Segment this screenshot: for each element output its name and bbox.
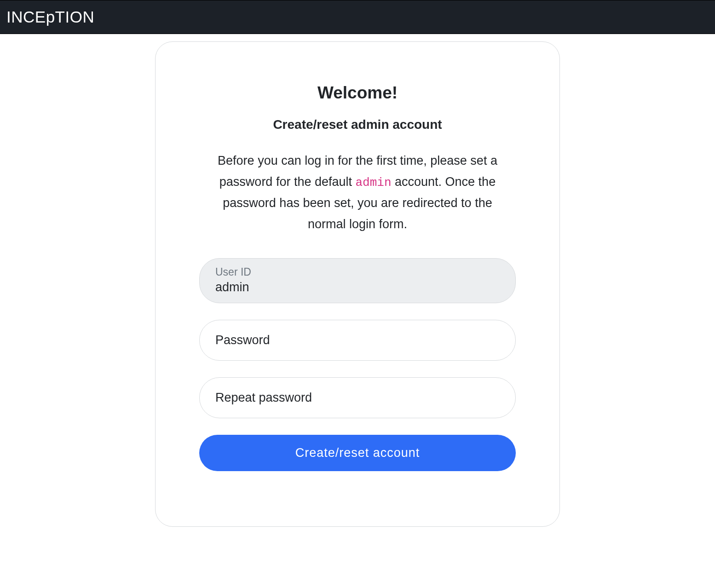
- repeat-password-field-group: [199, 377, 516, 418]
- userid-label: User ID: [215, 266, 500, 278]
- main-content: Welcome! Create/reset admin account Befo…: [0, 34, 715, 527]
- repeat-password-input[interactable]: [199, 377, 516, 418]
- userid-value: admin: [215, 280, 249, 294]
- brand-logo: INCEpTION: [6, 8, 94, 26]
- description-code: admin: [356, 176, 392, 190]
- password-input[interactable]: [199, 320, 516, 361]
- brand-suffix: TION: [55, 8, 95, 26]
- brand-prefix: INCE: [6, 8, 46, 26]
- page-subtitle: Create/reset admin account: [199, 117, 516, 132]
- password-field-group: [199, 320, 516, 361]
- description-text: Before you can log in for the first time…: [199, 150, 516, 235]
- page-title: Welcome!: [199, 83, 516, 103]
- app-header: INCEpTION: [0, 0, 715, 34]
- create-reset-button[interactable]: Create/reset account: [199, 435, 516, 471]
- welcome-card: Welcome! Create/reset admin account Befo…: [155, 41, 560, 527]
- userid-field-group: User ID admin: [199, 258, 516, 303]
- brand-lower: p: [46, 8, 55, 26]
